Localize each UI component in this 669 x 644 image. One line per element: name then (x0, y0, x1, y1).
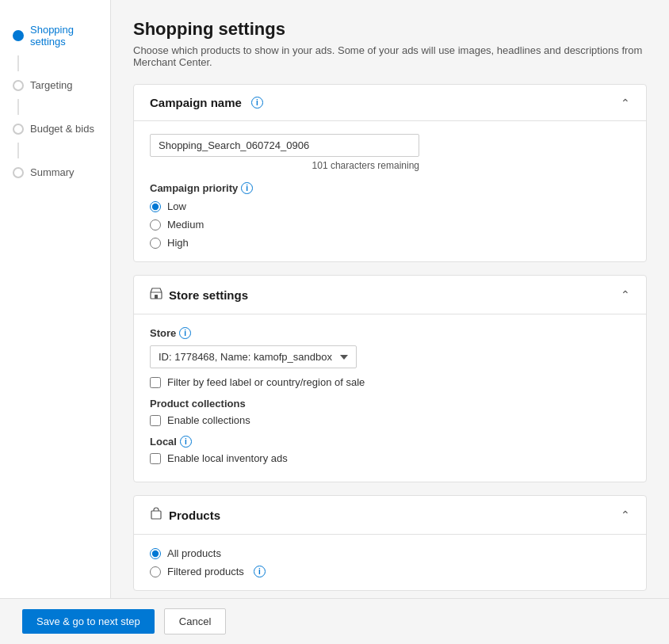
priority-medium[interactable]: Medium (150, 219, 630, 231)
sidebar-dot-budget (13, 124, 24, 135)
all-products-label: All products (167, 547, 221, 559)
footer: Save & go to next step Cancel (0, 598, 669, 644)
sidebar-label-budget: Budget & bids (30, 123, 94, 135)
sidebar-item-targeting[interactable]: Targeting (0, 71, 110, 99)
svg-rect-1 (155, 295, 158, 299)
all-products-option[interactable]: All products (150, 547, 630, 559)
filtered-products-radio[interactable] (150, 566, 161, 577)
enable-local-row[interactable]: Enable local inventory ads (150, 452, 630, 464)
sidebar-connector-3 (17, 143, 19, 158)
products-header: Products ⌃ (134, 496, 646, 535)
campaign-name-info-icon[interactable]: i (251, 97, 263, 109)
products-card: Products ⌃ All products Filtered product… (133, 495, 647, 591)
campaign-name-input[interactable] (150, 134, 419, 157)
store-settings-card: Store settings ⌃ Store i ID: 1778468, Na… (133, 275, 647, 482)
campaign-name-chevron[interactable]: ⌃ (621, 97, 630, 109)
store-settings-chevron[interactable]: ⌃ (621, 288, 630, 301)
priority-low-radio[interactable] (150, 201, 161, 212)
filter-feed-checkbox-row[interactable]: Filter by feed label or country/region o… (150, 376, 630, 388)
sidebar-connector-2 (17, 99, 19, 115)
store-label-row: Store i (150, 327, 630, 339)
priority-high-label: High (167, 237, 189, 249)
store-settings-title-row: Store settings (150, 287, 248, 303)
products-icon (150, 507, 162, 523)
products-heading: Products (169, 509, 220, 522)
sidebar-dot-targeting (13, 80, 24, 91)
priority-medium-label: Medium (167, 219, 204, 231)
campaign-name-body: 101 characters remaining Campaign priori… (134, 121, 646, 261)
store-info-icon[interactable]: i (179, 327, 191, 339)
sidebar-connector-1 (17, 55, 19, 71)
local-label: Local (150, 436, 177, 448)
product-collections-label: Product collections (150, 398, 630, 410)
save-button[interactable]: Save & go to next step (22, 609, 155, 634)
priority-radio-group: Low Medium High (150, 200, 630, 249)
campaign-name-card: Campaign name i ⌃ 101 characters remaini… (133, 84, 647, 262)
filtered-products-option[interactable]: Filtered products i (150, 566, 630, 577)
campaign-name-header: Campaign name i ⌃ (134, 85, 646, 121)
store-icon (150, 287, 162, 303)
priority-medium-radio[interactable] (150, 219, 161, 231)
sidebar: Shopping settings Targeting Budget & bid… (0, 0, 111, 644)
campaign-name-title-row: Campaign name i (150, 96, 263, 109)
local-label-row: Local i (150, 436, 630, 448)
products-body: All products Filtered products i (134, 535, 646, 590)
sidebar-dot-summary (13, 167, 24, 178)
enable-collections-label: Enable collections (167, 414, 250, 426)
products-radio-group: All products Filtered products i (150, 547, 630, 577)
sidebar-item-shopping-settings[interactable]: Shopping settings (0, 16, 110, 55)
products-title-row: Products (150, 507, 220, 523)
products-chevron[interactable]: ⌃ (621, 509, 630, 521)
char-count: 101 characters remaining (150, 160, 419, 171)
sidebar-dot-shopping (13, 30, 24, 41)
store-settings-body: Store i ID: 1778468, Name: kamofp_sandbo… (134, 314, 646, 482)
filter-feed-label: Filter by feed label or country/region o… (167, 376, 365, 388)
enable-local-checkbox[interactable] (150, 453, 161, 464)
priority-label: Campaign priority i (150, 182, 630, 194)
priority-low-label: Low (167, 200, 186, 212)
priority-low[interactable]: Low (150, 200, 630, 212)
sidebar-label-targeting: Targeting (30, 79, 72, 91)
enable-collections-row[interactable]: Enable collections (150, 414, 630, 426)
page-subtitle: Choose which products to show in your ad… (133, 44, 647, 68)
enable-collections-checkbox[interactable] (150, 415, 161, 426)
svg-rect-2 (151, 511, 161, 519)
store-select[interactable]: ID: 1778468, Name: kamofp_sandbox (150, 345, 357, 368)
campaign-name-heading: Campaign name (150, 96, 242, 109)
filtered-products-label: Filtered products (167, 566, 244, 577)
filter-feed-checkbox[interactable] (150, 377, 161, 388)
enable-local-label: Enable local inventory ads (167, 452, 288, 464)
page-title: Shopping settings (133, 19, 647, 40)
sidebar-label-summary: Summary (30, 166, 75, 178)
store-settings-heading: Store settings (169, 288, 248, 302)
sidebar-label-shopping: Shopping settings (30, 24, 97, 48)
filtered-products-info-icon[interactable]: i (254, 566, 266, 577)
cancel-button[interactable]: Cancel (164, 608, 226, 634)
sidebar-item-summary[interactable]: Summary (0, 158, 110, 186)
all-products-radio[interactable] (150, 548, 161, 559)
sidebar-item-budget-bids[interactable]: Budget & bids (0, 115, 110, 143)
store-settings-header: Store settings ⌃ (134, 276, 646, 314)
priority-high[interactable]: High (150, 237, 630, 249)
priority-info-icon[interactable]: i (241, 182, 253, 194)
local-info-icon[interactable]: i (180, 436, 192, 448)
priority-high-radio[interactable] (150, 238, 161, 249)
main-content: Shopping settings Choose which products … (111, 0, 669, 644)
store-field-label: Store (150, 327, 176, 339)
